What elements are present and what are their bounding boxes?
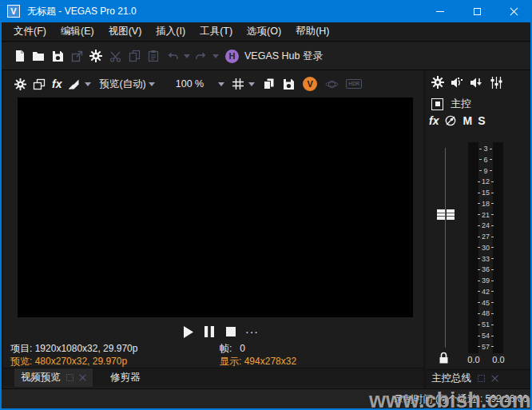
meter-left-value: 0.0	[465, 355, 482, 364]
paste-button[interactable]	[144, 46, 163, 66]
undo-icon	[166, 51, 179, 62]
menu-item-4[interactable]: 工具(T)	[193, 22, 240, 42]
insert-bus-button[interactable]	[470, 78, 482, 88]
menu-item-5[interactable]: 选项(O)	[240, 22, 288, 42]
preview-quality-button[interactable]: 预览(自动)	[99, 78, 145, 91]
scale-tick	[478, 281, 480, 281]
titlebar[interactable]: V 无标题 - VEGAS Pro 21.0	[0, 0, 532, 22]
stop-button[interactable]	[224, 324, 238, 339]
vegas-capture-button[interactable]: V	[303, 74, 317, 94]
preview-status: 项目: 1920x1080x32, 29.970p 预览: 480x270x32…	[10, 342, 137, 368]
scale-tick	[490, 149, 492, 149]
hdr-button[interactable]: HDR	[346, 74, 362, 94]
scale-number: 33	[482, 255, 490, 263]
close-button[interactable]	[495, 0, 532, 22]
bus-fx-button[interactable]: fx	[429, 114, 439, 127]
overlays-dropdown[interactable]	[85, 82, 91, 86]
close-tab-icon[interactable]	[79, 374, 86, 381]
frame-label: 帧:	[220, 343, 232, 354]
tab-master-bus-label[interactable]: 主控总线	[431, 372, 471, 385]
preview-tab-bar: 视频预览 修剪器	[3, 368, 423, 386]
window-controls	[422, 0, 532, 22]
solo-button[interactable]: S	[478, 114, 485, 127]
save-project-button[interactable]	[48, 46, 67, 66]
vegas-hub-login-button[interactable]: VEGAS Hub 登录	[244, 50, 323, 63]
maximize-button[interactable]	[459, 0, 495, 22]
mixer-settings-button[interactable]	[431, 76, 444, 89]
cut-button[interactable]	[105, 46, 125, 66]
menu-item-1[interactable]: 编辑(E)	[54, 22, 101, 42]
undo-button[interactable]	[163, 46, 182, 66]
undo-dropdown[interactable]	[184, 54, 190, 58]
external-monitor-button[interactable]	[33, 74, 46, 94]
app-logo-icon: V	[7, 5, 20, 18]
mixer-close-tab-icon[interactable]	[491, 375, 498, 382]
scale-tick	[478, 247, 480, 248]
undock-icon[interactable]	[66, 374, 73, 381]
overlays-button[interactable]	[68, 74, 80, 94]
copy-button[interactable]	[125, 46, 144, 66]
meter-scale-row: 21	[476, 211, 495, 219]
vegas-hub-icon[interactable]: H	[225, 50, 239, 63]
scale-number: 12	[482, 177, 490, 185]
tab-video-preview-label: 视频预览	[21, 371, 61, 384]
downmix-icon	[444, 114, 457, 127]
mixer-undock-icon[interactable]	[478, 375, 485, 382]
redo-button[interactable]	[192, 46, 211, 66]
meter-scale-row: 36	[476, 265, 495, 273]
speaker-icon	[451, 78, 463, 88]
meter-scale-row: 51	[476, 320, 495, 328]
scale-tick	[479, 149, 482, 149]
menu-item-0[interactable]: 文件(F)	[6, 22, 54, 42]
grid-dropdown[interactable]	[248, 82, 255, 86]
tab-trimmer[interactable]: 修剪器	[110, 371, 141, 384]
open-project-button[interactable]	[29, 46, 48, 66]
tab-video-preview[interactable]: 视频预览	[14, 368, 93, 387]
menu-item-2[interactable]: 视图(V)	[101, 22, 149, 42]
save-snapshot-button[interactable]	[283, 74, 295, 94]
zoom-level[interactable]: 100 %	[176, 78, 204, 90]
new-project-button[interactable]	[10, 46, 29, 66]
preview-settings-button[interactable]	[14, 74, 26, 94]
video-fx-button[interactable]: fx	[52, 74, 62, 94]
project-properties-button[interactable]	[67, 46, 86, 66]
play-button[interactable]	[181, 324, 195, 339]
master-bus-icon[interactable]	[431, 98, 443, 110]
paste-icon	[148, 50, 159, 62]
redo-dropdown[interactable]	[212, 54, 219, 58]
menu-item-6[interactable]: 帮助(H)	[288, 22, 336, 42]
scale-tick	[478, 346, 480, 347]
scale-tick	[479, 170, 482, 171]
scale-number: 48	[482, 309, 490, 317]
channel-lock-button[interactable]	[439, 352, 449, 364]
settings-button[interactable]	[86, 46, 105, 66]
volume-fader-track[interactable]	[445, 148, 446, 348]
scale-tick	[478, 225, 480, 226]
meter-scale-row: 15	[476, 189, 495, 197]
grid-overlay-button[interactable]	[232, 74, 244, 94]
volume-fader-handle-left[interactable]	[437, 209, 445, 220]
scale-tick	[491, 324, 494, 325]
mute-button[interactable]: M	[463, 114, 472, 127]
menu-bar: 文件(F)编辑(E)视图(V)插入(I)工具(T)选项(O)帮助(H)	[0, 22, 532, 42]
preview-quality-dropdown[interactable]	[149, 82, 155, 86]
mixing-console-button[interactable]	[490, 77, 502, 89]
preview-fader-button[interactable]	[451, 78, 463, 88]
volume-fader-handle-right[interactable]	[447, 209, 455, 220]
copy-snapshot-button[interactable]	[263, 74, 275, 94]
minimize-button[interactable]	[422, 0, 459, 22]
scale-number: 42	[482, 288, 490, 296]
video-display[interactable]	[18, 98, 413, 317]
preview-360-button[interactable]	[325, 74, 339, 94]
scale-tick	[491, 214, 494, 215]
pause-button[interactable]	[202, 324, 216, 339]
scale-number: 36	[482, 265, 490, 273]
zoom-dropdown[interactable]	[218, 82, 224, 86]
menu-item-3[interactable]: 插入(I)	[149, 22, 193, 42]
mixer-toolbar	[426, 76, 530, 92]
record-time-status: 录制时间 (每个通道): 592:26:06	[395, 392, 528, 406]
downmix-button[interactable]	[444, 114, 457, 127]
meter-scale-row: 57	[476, 343, 495, 351]
scale-tick	[478, 237, 480, 237]
transport-more-button[interactable]: ···	[245, 325, 259, 338]
